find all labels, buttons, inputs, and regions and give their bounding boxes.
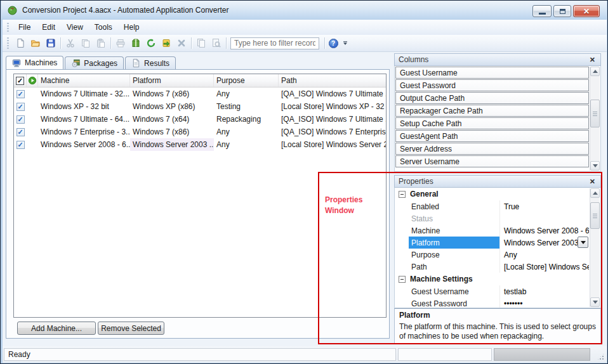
- platform-cell[interactable]: Windows Server 2003 ...: [130, 138, 214, 151]
- save-button[interactable]: [43, 36, 58, 50]
- column-header-path[interactable]: Path: [279, 74, 386, 87]
- add-machine-button[interactable]: Add Machine...: [17, 322, 96, 335]
- property-row[interactable]: Purpose Any: [395, 249, 589, 261]
- path-cell[interactable]: [QA_ISO] Windows 7 Enterprise...: [279, 126, 386, 138]
- maximize-button[interactable]: [553, 5, 571, 17]
- open-folder-button[interactable]: [28, 36, 43, 50]
- column-item[interactable]: Setup Cache Path: [395, 117, 589, 129]
- property-name[interactable]: Status: [409, 212, 499, 224]
- paste-button[interactable]: [93, 36, 109, 50]
- platform-cell[interactable]: Windows 7 (x64): [130, 113, 214, 126]
- path-cell[interactable]: [QA_ISO] Windows 7 Ultimate ...: [279, 113, 386, 126]
- machine-cell[interactable]: Windows 7 Ultimate - 64...: [38, 113, 130, 126]
- platform-cell[interactable]: Windows 7 (x86): [130, 126, 214, 138]
- menu-item[interactable]: View: [61, 20, 89, 34]
- purpose-cell[interactable]: Repackaging: [214, 113, 279, 126]
- machine-row[interactable]: ✓ Windows 7 Ultimate - 32... Windows 7 (…: [14, 88, 386, 100]
- title-bar[interactable]: Conversion Project 4.aacx - Automated Ap…: [1, 1, 607, 19]
- purpose-cell[interactable]: Testing: [214, 100, 279, 113]
- row-checkbox[interactable]: ✓: [17, 115, 25, 124]
- column-item[interactable]: Output Cache Path: [395, 92, 589, 104]
- machine-row[interactable]: ✓ Windows 7 Enterprise - 3... Windows 7 …: [14, 126, 386, 138]
- find-button[interactable]: [209, 36, 224, 50]
- close-button[interactable]: ✕: [573, 5, 600, 17]
- resize-grip[interactable]: [597, 353, 605, 361]
- path-cell[interactable]: [Local Store] Windows Server 2...: [279, 138, 386, 151]
- platform-cell[interactable]: Windows 7 (x86): [130, 88, 214, 100]
- toolbar-overflow-button[interactable]: [341, 37, 350, 49]
- property-row[interactable]: Status: [395, 212, 589, 224]
- remove-selected-button[interactable]: Remove Selected: [98, 322, 164, 335]
- path-cell[interactable]: [QA_ISO] Windows 7 Ultimate ...: [279, 88, 386, 100]
- export-package-button[interactable]: [159, 36, 174, 50]
- property-name[interactable]: Platform: [409, 237, 499, 249]
- dropdown-button[interactable]: [578, 237, 588, 248]
- row-checkbox[interactable]: ✓: [17, 128, 25, 136]
- purpose-cell[interactable]: Any: [214, 88, 279, 100]
- purpose-cell[interactable]: Any: [214, 138, 279, 151]
- close-icon[interactable]: ✕: [588, 178, 597, 186]
- scrollbar-thumb[interactable]: [590, 100, 600, 127]
- select-all-checkbox[interactable]: ✓: [14, 74, 27, 87]
- property-value[interactable]: Windows Server 2003 R: [499, 237, 589, 249]
- toolbar-grip[interactable]: [7, 37, 9, 49]
- columns-panel-title-bar[interactable]: Columns ✕: [394, 53, 601, 66]
- new-document-button[interactable]: [13, 36, 28, 50]
- collapse-icon[interactable]: [399, 191, 406, 198]
- machine-cell[interactable]: Windows Server 2008 - 6...: [38, 138, 130, 151]
- column-item[interactable]: Guest Username: [395, 67, 589, 79]
- property-row[interactable]: Guest Username testlab: [395, 285, 589, 297]
- row-checkbox[interactable]: ✓: [17, 103, 25, 111]
- property-value[interactable]: •••••••: [499, 297, 589, 308]
- column-header-purpose[interactable]: Purpose: [214, 74, 279, 87]
- property-name[interactable]: Machine: [409, 224, 499, 237]
- menu-grip[interactable]: [7, 23, 9, 32]
- close-icon[interactable]: ✕: [588, 56, 597, 64]
- column-item[interactable]: GuestAgent Path: [395, 130, 589, 142]
- platform-cell[interactable]: Windows XP (x86): [130, 100, 214, 113]
- printer-button[interactable]: [113, 36, 128, 50]
- menu-item[interactable]: Tools: [89, 20, 118, 34]
- duplicate-button[interactable]: [194, 36, 209, 50]
- tab-results[interactable]: Results: [125, 56, 176, 69]
- collapse-icon[interactable]: [399, 276, 406, 283]
- filter-input[interactable]: [230, 37, 319, 49]
- column-item[interactable]: Repackager Cache Path: [395, 105, 589, 117]
- package-button[interactable]: [128, 36, 143, 50]
- property-name[interactable]: Purpose: [409, 249, 499, 261]
- minimize-button[interactable]: [532, 5, 552, 17]
- property-group-header[interactable]: General: [395, 188, 589, 200]
- menu-item[interactable]: Edit: [36, 20, 61, 34]
- machine-cell[interactable]: Windows 7 Enterprise - 3...: [38, 126, 130, 138]
- columns-scrollbar[interactable]: [590, 67, 600, 171]
- column-header-machine[interactable]: Machine: [38, 74, 130, 87]
- property-row[interactable]: Path [Local Store] Windows Ser: [395, 261, 589, 273]
- scroll-down-icon[interactable]: [590, 297, 600, 307]
- machine-cell[interactable]: Windows XP - 32 bit: [38, 100, 130, 113]
- purpose-cell[interactable]: Any: [214, 126, 279, 138]
- row-checkbox[interactable]: ✓: [17, 90, 25, 98]
- property-name[interactable]: Enabled: [409, 200, 499, 212]
- property-value[interactable]: testlab: [499, 285, 589, 297]
- machine-row[interactable]: ✓ Windows Server 2008 - 6... Windows Ser…: [14, 138, 386, 151]
- column-item[interactable]: Guest Password: [395, 79, 589, 91]
- column-item[interactable]: Server Address: [395, 143, 589, 155]
- machine-row[interactable]: ✓ Windows 7 Ultimate - 64... Windows 7 (…: [14, 113, 386, 126]
- property-name[interactable]: Guest Password: [409, 297, 499, 308]
- property-value[interactable]: Any: [499, 249, 589, 261]
- property-value[interactable]: Windows Server 2008 - 64: [499, 224, 589, 237]
- machine-cell[interactable]: Windows 7 Ultimate - 32...: [38, 88, 130, 100]
- property-row[interactable]: Platform Windows Server 2003 R: [395, 237, 589, 249]
- property-row[interactable]: Guest Password •••••••: [395, 297, 589, 308]
- scroll-down-icon[interactable]: [590, 161, 600, 171]
- scroll-up-icon[interactable]: [590, 188, 600, 198]
- path-cell[interactable]: [Local Store] Windows XP - 32 ...: [279, 100, 386, 113]
- property-group-header[interactable]: Machine Settings: [395, 273, 589, 285]
- scroll-up-icon[interactable]: [590, 67, 600, 76]
- tab-machines[interactable]: Machines: [6, 56, 63, 69]
- property-row[interactable]: Enabled True: [395, 200, 589, 212]
- properties-panel-title-bar[interactable]: Properties ✕: [394, 175, 601, 188]
- properties-scrollbar[interactable]: [590, 188, 600, 307]
- copy-button[interactable]: [78, 36, 93, 50]
- column-item[interactable]: Server Username: [395, 155, 589, 167]
